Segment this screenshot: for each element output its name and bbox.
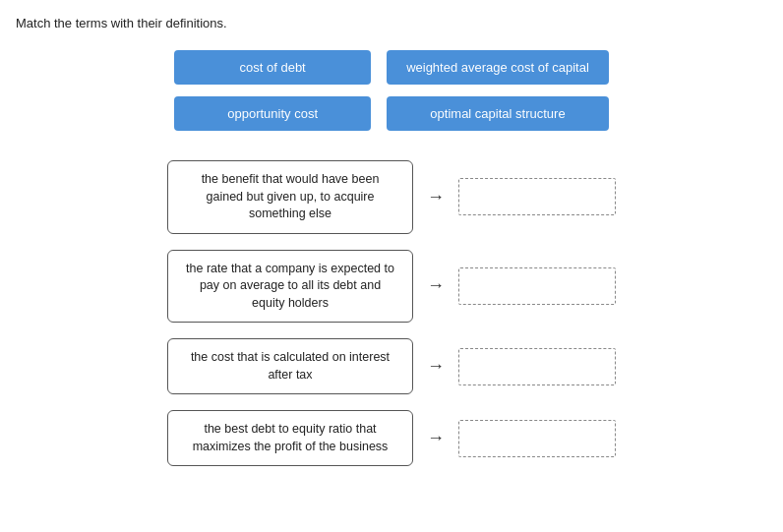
term-cost-of-debt[interactable]: cost of debt xyxy=(174,50,371,85)
arrow-2: → xyxy=(427,275,445,296)
term-optimal-capital-structure[interactable]: optimal capital structure xyxy=(387,96,609,131)
answer-box-4[interactable] xyxy=(458,420,616,457)
arrow-4: → xyxy=(427,428,445,448)
term-opportunity-cost[interactable]: opportunity cost xyxy=(174,96,371,131)
arrow-1: → xyxy=(427,187,445,207)
definition-2: the rate that a company is expected to p… xyxy=(167,250,413,324)
match-row-3: the cost that is calculated on interest … xyxy=(167,338,616,394)
term-wacc[interactable]: weighted average cost of capital xyxy=(387,50,609,85)
match-row-2: the rate that a company is expected to p… xyxy=(167,250,616,324)
answer-box-3[interactable] xyxy=(458,348,616,385)
instructions-text: Match the terms with their definitions. xyxy=(16,16,767,30)
answer-box-1[interactable] xyxy=(458,178,616,215)
definition-4: the best debt to equity ratio that maxim… xyxy=(167,410,413,466)
match-row-4: the best debt to equity ratio that maxim… xyxy=(167,410,616,466)
match-row-1: the benefit that would have been gained … xyxy=(167,160,616,234)
matching-area: the benefit that would have been gained … xyxy=(16,160,767,466)
definition-1: the benefit that would have been gained … xyxy=(167,160,413,234)
answer-box-2[interactable] xyxy=(458,267,616,305)
terms-left-column: cost of debt opportunity cost xyxy=(174,50,371,131)
terms-area: cost of debt opportunity cost weighted a… xyxy=(16,50,767,131)
arrow-3: → xyxy=(427,356,445,377)
definition-3: the cost that is calculated on interest … xyxy=(167,338,413,394)
terms-right-column: weighted average cost of capital optimal… xyxy=(387,50,609,131)
